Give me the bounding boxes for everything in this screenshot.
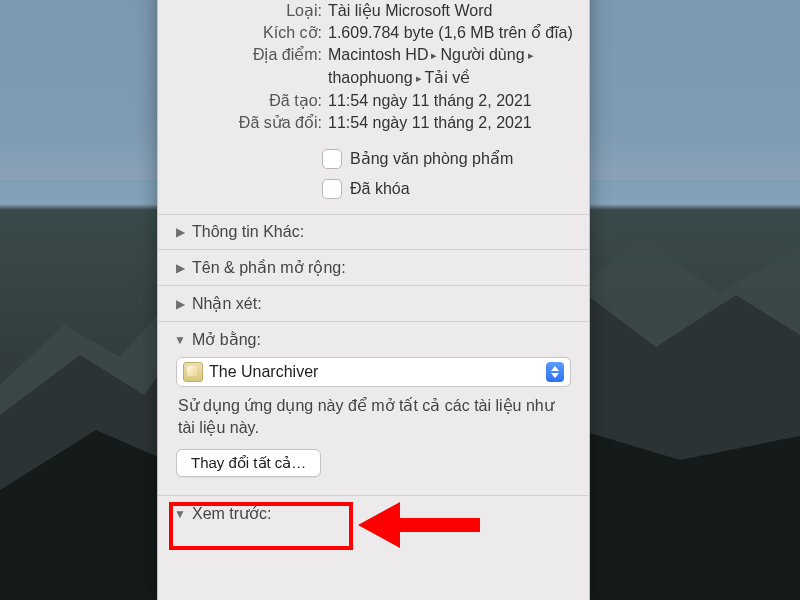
open-with-select[interactable]: The Unarchiver xyxy=(176,357,571,387)
change-all-button[interactable]: Thay đổi tất cả… xyxy=(176,449,321,477)
app-icon xyxy=(183,362,203,382)
section-preview[interactable]: ▼Xem trước: xyxy=(158,495,589,531)
modified-value: 11:54 ngày 11 tháng 2, 2021 xyxy=(328,112,575,134)
open-with-help: Sử dụng ứng dụng này để mở tất cả các tà… xyxy=(172,395,575,449)
section-title: Mở bằng: xyxy=(192,330,261,349)
type-value: Tài liệu Microsoft Word xyxy=(328,0,575,22)
get-info-window: Loại: Tài liệu Microsoft Word Kích cỡ: 1… xyxy=(157,0,590,600)
chevron-right-icon: ▶ xyxy=(172,261,188,275)
locked-checkbox[interactable] xyxy=(322,179,342,199)
chevron-icon: ▸ xyxy=(528,44,534,66)
section-name-ext[interactable]: ▶Tên & phần mở rộng: xyxy=(158,249,589,285)
flags-group: Bảng văn phòng phẩm Đã khóa xyxy=(158,138,589,214)
chevron-down-icon: ▼ xyxy=(172,507,188,521)
chevron-down-icon: ▼ xyxy=(172,333,188,347)
general-properties: Loại: Tài liệu Microsoft Word Kích cỡ: 1… xyxy=(158,0,589,138)
select-stepper-icon[interactable] xyxy=(546,362,564,382)
section-more-info[interactable]: ▶Thông tin Khác: xyxy=(158,214,589,249)
location-label: Địa điểm: xyxy=(172,44,328,67)
section-title: Xem trước: xyxy=(192,504,272,523)
created-value: 11:54 ngày 11 tháng 2, 2021 xyxy=(328,90,575,112)
section-comments[interactable]: ▶Nhận xét: xyxy=(158,285,589,321)
chevron-right-icon: ▶ xyxy=(172,225,188,239)
chevron-icon: ▸ xyxy=(431,44,437,66)
location-value-cont: thaophuong▸Tải về xyxy=(172,67,575,90)
section-title: Thông tin Khác: xyxy=(192,223,304,241)
stationery-label: Bảng văn phòng phẩm xyxy=(350,144,513,174)
size-label: Kích cỡ: xyxy=(172,22,328,44)
open-with-app-name: The Unarchiver xyxy=(209,363,540,381)
section-open-with-header[interactable]: ▼Mở bằng: xyxy=(172,330,575,349)
type-label: Loại: xyxy=(172,0,328,22)
created-label: Đã tạo: xyxy=(172,90,328,112)
chevron-right-icon: ▶ xyxy=(172,297,188,311)
modified-label: Đã sửa đổi: xyxy=(172,112,328,134)
chevron-icon: ▸ xyxy=(416,67,422,89)
section-open-with: ▼Mở bằng: The Unarchiver Sử dụng ứng dụn… xyxy=(158,321,589,495)
section-title: Tên & phần mở rộng: xyxy=(192,258,346,277)
size-value: 1.609.784 byte (1,6 MB trên ổ đĩa) xyxy=(328,22,575,44)
location-value: Macintosh HD▸Người dùng▸ xyxy=(328,44,575,67)
locked-label: Đã khóa xyxy=(350,174,410,204)
stationery-checkbox[interactable] xyxy=(322,149,342,169)
section-title: Nhận xét: xyxy=(192,294,262,313)
